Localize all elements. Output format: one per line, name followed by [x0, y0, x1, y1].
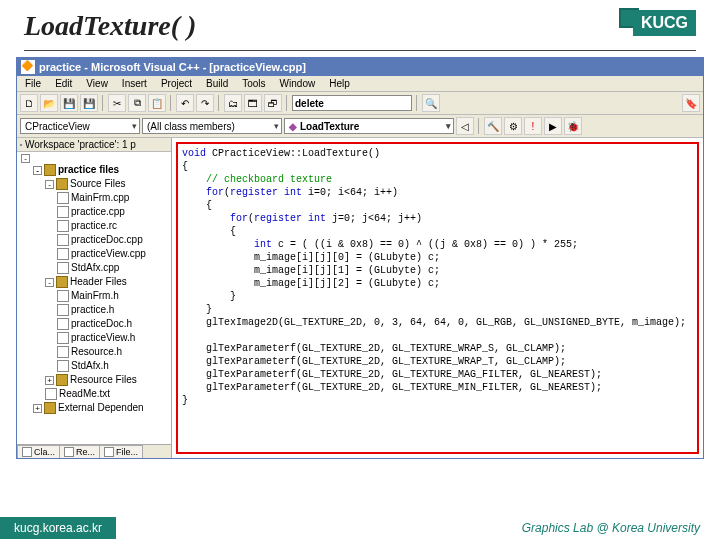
tree-label: ReadMe.txt [59, 387, 110, 401]
tree-node[interactable]: practice.cpp [19, 205, 171, 219]
expander-icon[interactable]: - [45, 278, 54, 287]
tree-node[interactable]: MainFrm.h [19, 289, 171, 303]
resourceview-icon [64, 447, 74, 457]
save-all-icon[interactable]: 💾 [80, 94, 98, 112]
diamond-icon: ◆ [289, 121, 297, 132]
combo-members[interactable]: (All class members) [142, 118, 282, 134]
toolbar-sep [102, 95, 104, 111]
debug-icon[interactable]: 🐞 [564, 117, 582, 135]
tree-node[interactable]: practice.rc [19, 219, 171, 233]
redo-icon[interactable]: ↷ [196, 94, 214, 112]
stop-build-icon[interactable]: ! [524, 117, 542, 135]
ide-window: 🔶 practice - Microsoft Visual C++ - [pra… [16, 57, 704, 459]
toolbar-sep [170, 95, 172, 111]
copy-icon[interactable]: ⧉ [128, 94, 146, 112]
window-list-icon[interactable]: 🗗 [264, 94, 282, 112]
folder-icon [56, 374, 68, 386]
find-icon[interactable]: 🔍 [422, 94, 440, 112]
undo-icon[interactable]: ↶ [176, 94, 194, 112]
tree-node[interactable]: Resource.h [19, 345, 171, 359]
toolbar-sep [286, 95, 288, 111]
tree-node[interactable]: StdAfx.cpp [19, 261, 171, 275]
ide-titlebar[interactable]: 🔶 practice - Microsoft Visual C++ - [pra… [17, 58, 703, 76]
compile-icon[interactable]: ⚙ [504, 117, 522, 135]
expander-icon[interactable]: + [45, 376, 54, 385]
workspace-tree[interactable]: --practice files-Source FilesMainFrm.cpp… [17, 152, 171, 444]
tree-label: StdAfx.cpp [71, 261, 119, 275]
expander-icon[interactable]: - [45, 180, 54, 189]
output-icon[interactable]: 🗔 [244, 94, 262, 112]
menu-file[interactable]: File [19, 77, 47, 90]
title-underline [24, 50, 696, 51]
tree-label: Header Files [70, 275, 127, 289]
folder-icon [56, 276, 68, 288]
tree-node[interactable]: ReadMe.txt [19, 387, 171, 401]
cut-icon[interactable]: ✂ [108, 94, 126, 112]
tab-label: Re... [76, 447, 95, 457]
file-icon [57, 206, 69, 218]
menu-help[interactable]: Help [323, 77, 356, 90]
workspace-icon[interactable]: 🗂 [224, 94, 242, 112]
ide-body: Workspace 'practice': 1 p --practice fil… [17, 138, 703, 458]
tree-node[interactable]: practiceView.cpp [19, 247, 171, 261]
tree-label: practice.cpp [71, 205, 125, 219]
workspace-panel: Workspace 'practice': 1 p --practice fil… [17, 138, 172, 458]
tab-label: File... [116, 447, 138, 457]
tree-label: MainFrm.cpp [71, 191, 129, 205]
menu-edit[interactable]: Edit [49, 77, 78, 90]
toolbar-sep [478, 118, 480, 134]
expander-icon[interactable]: - [33, 166, 42, 175]
tree-node[interactable]: practiceDoc.h [19, 317, 171, 331]
tree-node[interactable]: practice.h [19, 303, 171, 317]
workspace-title: Workspace 'practice': 1 p [25, 139, 136, 150]
tree-node[interactable]: practiceView.h [19, 331, 171, 345]
open-file-icon[interactable]: 📂 [40, 94, 58, 112]
tab-resourceview[interactable]: Re... [59, 445, 100, 458]
file-icon [45, 388, 57, 400]
tab-classview[interactable]: Cla... [17, 445, 60, 458]
combo-function-label: LoadTexture [300, 121, 359, 132]
toolbar-standard: 🗋 📂 💾 💾 ✂ ⧉ 📋 ↶ ↷ 🗂 🗔 🗗 🔍 🔖 [17, 92, 703, 115]
tree-node[interactable]: StdAfx.h [19, 359, 171, 373]
tab-fileview[interactable]: File... [99, 445, 143, 458]
expander-icon[interactable]: - [21, 154, 30, 163]
build-icon[interactable]: 🔨 [484, 117, 502, 135]
tree-label: External Dependen [58, 401, 144, 415]
tree-node[interactable]: -Header Files [19, 275, 171, 289]
tree-node[interactable]: +Resource Files [19, 373, 171, 387]
bookmark-icon[interactable]: 🔖 [682, 94, 700, 112]
menu-project[interactable]: Project [155, 77, 198, 90]
tree-node[interactable]: MainFrm.cpp [19, 191, 171, 205]
tree-node[interactable]: practiceDoc.cpp [19, 233, 171, 247]
tab-label: Cla... [34, 447, 55, 457]
file-icon [57, 192, 69, 204]
tree-node[interactable]: -Source Files [19, 177, 171, 191]
code-editor[interactable]: void CPracticeView::LoadTexture() { // c… [172, 138, 703, 458]
tree-node[interactable]: - [19, 154, 171, 163]
tree-node[interactable]: -practice files [19, 163, 171, 177]
menu-view[interactable]: View [80, 77, 114, 90]
menu-insert[interactable]: Insert [116, 77, 153, 90]
folder-icon [56, 178, 68, 190]
combo-class[interactable]: CPracticeView [20, 118, 140, 134]
combo-function[interactable]: ◆LoadTexture [284, 118, 454, 134]
back-icon[interactable]: ◁ [456, 117, 474, 135]
paste-icon[interactable]: 📋 [148, 94, 166, 112]
find-input[interactable] [292, 95, 412, 111]
toolbar-sep [416, 95, 418, 111]
menubar: File Edit View Insert Project Build Tool… [17, 76, 703, 92]
save-icon[interactable]: 💾 [60, 94, 78, 112]
folder-icon [44, 402, 56, 414]
file-icon [57, 290, 69, 302]
menu-build[interactable]: Build [200, 77, 234, 90]
tree-label: StdAfx.h [71, 359, 109, 373]
classview-icon [22, 447, 32, 457]
execute-icon[interactable]: ▶ [544, 117, 562, 135]
tree-node[interactable]: +External Dependen [19, 401, 171, 415]
menu-window[interactable]: Window [274, 77, 322, 90]
expander-icon[interactable]: + [33, 404, 42, 413]
menu-tools[interactable]: Tools [236, 77, 271, 90]
new-file-icon[interactable]: 🗋 [20, 94, 38, 112]
tree-label: practiceDoc.cpp [71, 233, 143, 247]
kucg-label: KUCG [633, 10, 696, 36]
